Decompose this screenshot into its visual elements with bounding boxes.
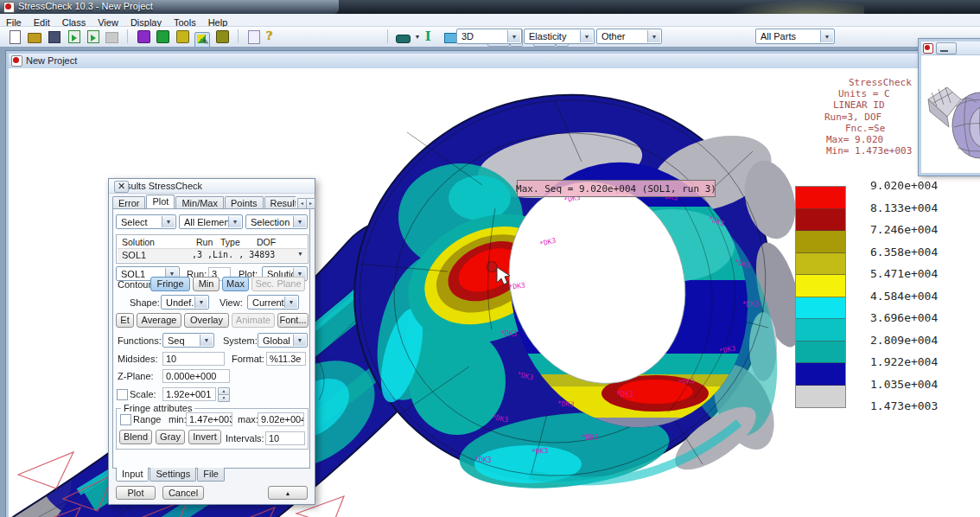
purple-notebook-icon[interactable] [137, 29, 150, 43]
selection-combo[interactable]: Selection [245, 214, 308, 229]
title-bar[interactable]: StressCheck 10.3 - New Project [0, 0, 980, 14]
animate-button[interactable]: Animate [232, 313, 275, 328]
tab-error[interactable]: Error [112, 196, 145, 208]
range-checkbox[interactable] [120, 414, 131, 425]
svg-text:*DK3: *DK3 [557, 399, 575, 409]
icon-window-title-bar[interactable]: Icon [921, 41, 980, 55]
legend-value: 1.922e+004 [870, 355, 938, 378]
toolbar: ✎ ? ▼ I ▼ P ▼ ▼ 3D Elasticity Other All … [0, 27, 980, 48]
font-button[interactable]: Font... [277, 313, 309, 328]
tab-minmax[interactable]: Min/Max [175, 196, 224, 208]
svg-text:*DK3: *DK3 [582, 434, 598, 442]
legend-value: 7.246e+004 [870, 223, 938, 246]
et-button[interactable]: Et [116, 313, 134, 328]
edit-plot-icon[interactable]: ✎ [194, 29, 210, 43]
new-file-icon[interactable] [8, 29, 22, 43]
legend-swatch [796, 297, 845, 320]
midsides-field[interactable]: 10 [162, 352, 225, 366]
legend-value: 1.035e+004 [870, 378, 938, 400]
legend-swatch [796, 275, 845, 297]
dialog-tab-strip: ErrorPlotMin/MaxPointsResultantPrope [112, 195, 296, 208]
invert-button[interactable]: Invert [188, 430, 221, 444]
functions-combo[interactable]: Seq [162, 333, 214, 348]
solution-listbox[interactable]: Solution Run Type DOF SOL1 ,3 ,Lin. , 34… [116, 234, 309, 264]
help-icon[interactable]: ? [266, 29, 280, 43]
material-dropdown-icon[interactable]: ▼ [415, 34, 421, 40]
save-icon[interactable] [47, 29, 60, 43]
svg-text:*DK3: *DK3 [531, 447, 549, 456]
contour-buttons: FringeMinMaxSec. Plane [109, 277, 315, 292]
select-combo[interactable]: Select [116, 214, 176, 229]
green-notebook-icon[interactable] [156, 29, 169, 43]
legend-swatch [796, 187, 845, 209]
icon-window[interactable]: Icon [919, 39, 980, 176]
tab-points[interactable]: Points [225, 196, 264, 208]
bottom-tab-settings[interactable]: Settings [150, 468, 196, 482]
gray-button[interactable]: Gray [156, 430, 185, 444]
elements-combo[interactable]: All Elements [179, 214, 243, 229]
bottom-tab-file[interactable]: File [197, 468, 225, 482]
application-window: StressCheck 10.3 - New Project FileEditC… [0, 0, 980, 517]
icon-window-preview [921, 54, 980, 168]
legend-swatch [796, 341, 845, 364]
action-buttons: EtAverageOverlayAnimateFont... [109, 313, 315, 329]
solution-list-row[interactable]: SOL1 ,3 ,Lin. , 34893 ▼ [118, 248, 307, 262]
shape-combo[interactable]: Undef. [161, 295, 209, 310]
beam-section-icon[interactable]: I [425, 29, 439, 43]
material-icon[interactable] [396, 29, 410, 43]
import-icon[interactable] [67, 29, 80, 43]
minimize-button[interactable] [936, 42, 957, 54]
contour-min[interactable]: Min [193, 277, 220, 291]
view-combo[interactable]: Current [247, 295, 299, 310]
info-book-icon[interactable] [246, 29, 260, 43]
range-min-field[interactable]: 1.47e+003 [186, 412, 232, 426]
zplane-field[interactable]: 0.000e+000 [162, 369, 230, 383]
row-dropdown-icon[interactable]: ▼ [297, 251, 303, 257]
open-file-icon[interactable] [28, 29, 41, 43]
legend-swatch [796, 363, 845, 386]
viewport-icon [11, 55, 22, 67]
bottom-tab-input[interactable]: Input [116, 468, 149, 482]
contour-fringe[interactable]: Fringe [150, 277, 190, 291]
olive-notebook-icon[interactable] [215, 29, 229, 43]
collapse-button[interactable]: ▴ [268, 486, 308, 500]
fringe-attributes-group: Fringe attributes Range min: 1.47e+003 m… [116, 408, 309, 450]
reference-combo[interactable]: Other [596, 29, 662, 44]
results-dialog[interactable]: Results StressCheck ✕ ErrorPlotMin/MaxPo… [108, 178, 315, 505]
tab-resultant[interactable]: Resultant [264, 196, 296, 208]
discipline-combo[interactable]: Elasticity [524, 29, 595, 44]
average-button[interactable]: Average [137, 313, 181, 328]
menu-bar: FileEditClassViewDisplayToolsHelp [0, 14, 980, 27]
contour-max[interactable]: Max [222, 277, 249, 291]
scale-checkbox[interactable] [117, 389, 128, 400]
blend-button[interactable]: Blend [119, 430, 152, 444]
overlay-button[interactable]: Overlay [184, 313, 229, 328]
yellow-notebook-icon[interactable] [175, 29, 189, 43]
legend-swatch [796, 319, 845, 341]
legend-value: 9.020e+004 [870, 179, 938, 201]
system-combo[interactable]: Global [258, 333, 308, 348]
close-icon[interactable]: ✕ [114, 181, 129, 193]
format-field[interactable]: %11.3e [266, 352, 306, 366]
legend-value: 5.471e+004 [870, 267, 938, 290]
contour-secplane[interactable]: Sec. Plane [251, 277, 305, 291]
parts-combo[interactable]: All Parts [755, 29, 835, 44]
cancel-button[interactable]: Cancel [162, 486, 204, 500]
plot-button[interactable]: Plot [116, 486, 156, 500]
viewport-title-bar[interactable]: New Project [9, 54, 980, 69]
legend-swatch [796, 253, 845, 276]
export-icon[interactable] [86, 29, 99, 43]
range-max-field[interactable]: 9.02e+004 [258, 412, 304, 426]
scale-spinner[interactable]: ▲▼ [218, 387, 228, 401]
dialog-title-bar[interactable]: Results StressCheck ✕ [109, 179, 315, 194]
legend-swatch [796, 209, 845, 232]
svg-text:*DK3: *DK3 [616, 391, 633, 399]
model-canvas[interactable]: *DK3*DK3*DK3*DK3*DK3*DK3*DK3*DK3*DK3*DK3… [9, 68, 980, 517]
scale-field[interactable]: 1.92e+001 [162, 387, 216, 401]
icon-window-icon [923, 43, 933, 54]
tab-plot[interactable]: Plot [146, 195, 175, 208]
dimension-combo[interactable]: 3D [456, 29, 522, 44]
legend-value: 8.133e+004 [870, 201, 938, 224]
svg-text:*DK3: *DK3 [474, 456, 491, 464]
intervals-field[interactable]: 10 [265, 431, 305, 445]
